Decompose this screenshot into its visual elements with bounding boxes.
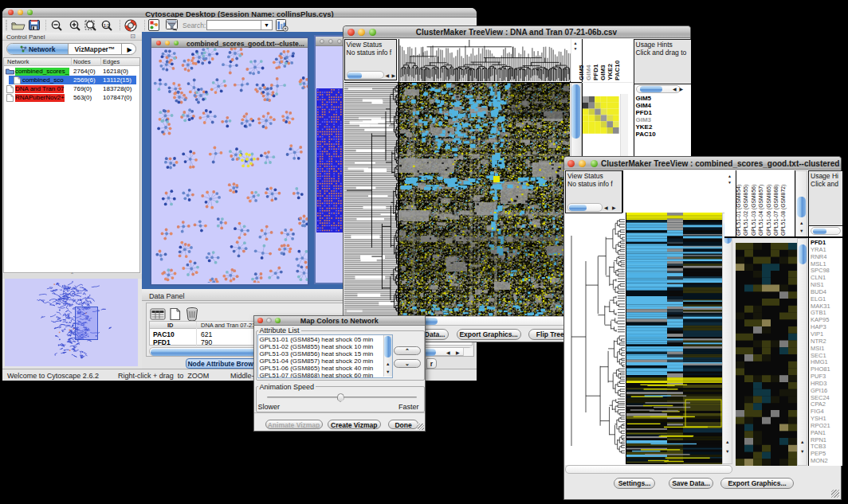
svg-text:1:1: 1:1	[104, 23, 109, 28]
